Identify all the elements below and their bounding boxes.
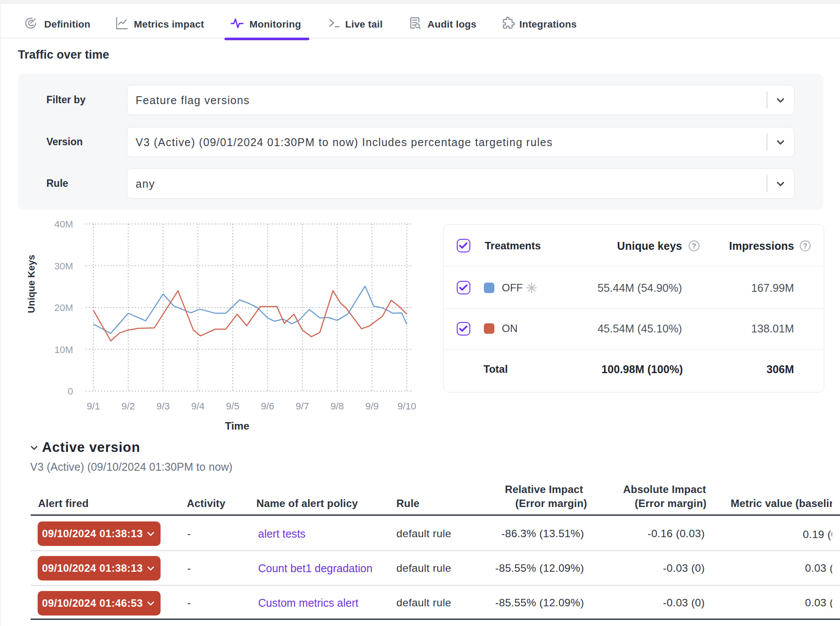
- svg-text:Time: Time: [225, 420, 249, 432]
- svg-text:9/10: 9/10: [397, 401, 416, 412]
- svg-text:9/4: 9/4: [191, 401, 205, 412]
- svg-text:9/2: 9/2: [122, 401, 135, 412]
- svg-text:9/8: 9/8: [330, 401, 344, 412]
- svg-text:40M: 40M: [54, 219, 73, 230]
- svg-text:9/9: 9/9: [365, 401, 379, 412]
- svg-text:0: 0: [68, 386, 73, 397]
- svg-text:9/6: 9/6: [261, 401, 274, 412]
- svg-text:9/7: 9/7: [296, 401, 309, 412]
- svg-text:Unique Keys: Unique Keys: [26, 255, 37, 313]
- svg-text:9/1: 9/1: [87, 401, 100, 412]
- svg-text:30M: 30M: [54, 261, 73, 272]
- svg-text:20M: 20M: [54, 302, 73, 313]
- svg-text:10M: 10M: [54, 344, 73, 355]
- svg-text:9/3: 9/3: [156, 401, 170, 412]
- svg-text:9/5: 9/5: [226, 401, 240, 412]
